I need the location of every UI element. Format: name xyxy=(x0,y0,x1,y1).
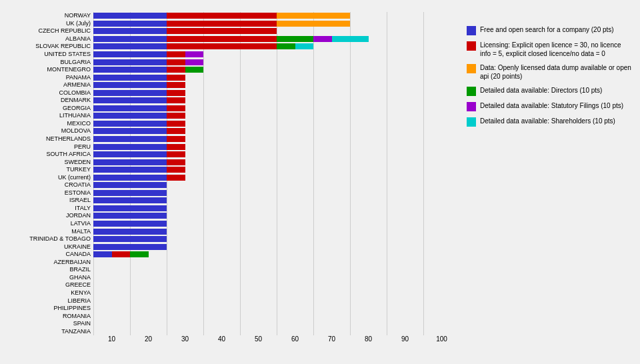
bar-segment xyxy=(167,67,185,73)
bar-row xyxy=(93,35,460,43)
bar-segment xyxy=(93,136,167,142)
bar-segment xyxy=(93,121,167,127)
bar-row xyxy=(93,205,460,213)
bar-segment xyxy=(313,36,332,42)
bar-segment xyxy=(277,13,350,19)
legend-item: Detailed data available: Shareholders (1… xyxy=(467,117,633,127)
legend-item: Licensing: Explicit open licence = 30, n… xyxy=(467,41,633,58)
bar-row xyxy=(93,312,460,320)
chart-body: NORWAYUK (July)CZECH REPUBLICALBANIASLOV… xyxy=(7,12,633,343)
y-label: BRAZIL xyxy=(7,266,91,274)
legend-item: Free and open search for a company (20 p… xyxy=(467,25,633,35)
y-label: COLOMBIA xyxy=(7,89,91,97)
legend-color-box xyxy=(467,102,476,111)
bar-segment xyxy=(167,82,185,88)
bar-segment xyxy=(93,229,167,235)
x-axis: 102030405060708090100 xyxy=(93,335,460,343)
bar-row xyxy=(93,235,460,243)
bar-segment xyxy=(332,36,369,42)
y-label: NETHERLANDS xyxy=(7,135,91,143)
bar-segment xyxy=(185,59,204,65)
y-label: UNITED STATES xyxy=(7,51,91,59)
bar-segment xyxy=(167,97,185,103)
bar-row xyxy=(93,212,460,220)
bar-segment xyxy=(93,105,167,111)
bar-row xyxy=(93,266,460,274)
bar-row xyxy=(93,120,460,128)
y-label: ESTONIA xyxy=(7,189,91,197)
y-label: TURKEY xyxy=(7,166,91,174)
x-axis-label: 80 xyxy=(350,335,387,343)
legend-item: Detailed data available: Statutory Filin… xyxy=(467,101,633,111)
bar-segment xyxy=(167,151,185,157)
y-label: MONTENEGRO xyxy=(7,66,91,74)
y-label: ALBANIA xyxy=(7,35,91,43)
y-label: SLOVAK REPUBLIC xyxy=(7,43,91,51)
bar-segment xyxy=(93,213,167,219)
x-axis-label: 10 xyxy=(93,335,130,343)
y-label: MOLDOVA xyxy=(7,127,91,135)
x-axis-label: 40 xyxy=(203,335,240,343)
y-label: ISRAEL xyxy=(7,197,91,205)
bar-segment xyxy=(93,182,167,188)
y-label: GREECE xyxy=(7,281,91,289)
bar-row xyxy=(93,27,460,35)
chart-left: NORWAYUK (July)CZECH REPUBLICALBANIASLOV… xyxy=(7,12,460,343)
bar-row xyxy=(93,197,460,205)
bar-row xyxy=(93,51,460,59)
y-label: TANZANIA xyxy=(7,327,91,335)
bar-segment xyxy=(93,197,167,203)
bar-row xyxy=(93,112,460,120)
chart-container: NORWAYUK (July)CZECH REPUBLICALBANIASLOV… xyxy=(0,0,640,364)
bar-row xyxy=(93,151,460,159)
bar-segment xyxy=(93,36,167,42)
legend-color-box xyxy=(467,87,476,96)
bar-segment xyxy=(93,82,167,88)
bar-segment xyxy=(185,51,204,57)
bar-segment xyxy=(167,43,277,49)
bars-area: NORWAYUK (July)CZECH REPUBLICALBANIASLOV… xyxy=(7,12,460,335)
bar-segment xyxy=(167,105,185,111)
bar-segment xyxy=(93,205,167,211)
bar-row xyxy=(93,251,460,259)
y-label: GEORGIA xyxy=(7,105,91,113)
bar-segment xyxy=(167,175,185,181)
legend-item: Detailed data available: Directors (10 p… xyxy=(467,86,633,96)
bar-segment xyxy=(167,13,277,19)
bar-segment xyxy=(167,36,277,42)
bars-and-grid xyxy=(93,12,460,335)
y-label: GHANA xyxy=(7,274,91,282)
bar-segment xyxy=(167,159,185,165)
bar-segment xyxy=(93,51,167,57)
bar-row xyxy=(93,173,460,181)
y-label: LATVIA xyxy=(7,220,91,228)
y-label: ITALY xyxy=(7,205,91,213)
bar-segment xyxy=(167,90,185,96)
y-label: DENMARK xyxy=(7,97,91,105)
bar-row xyxy=(93,289,460,297)
y-label: SPAIN xyxy=(7,320,91,328)
y-label: LIBERIA xyxy=(7,297,91,305)
y-label: SOUTH AFRICA xyxy=(7,151,91,159)
bar-segment xyxy=(93,97,167,103)
bar-segment xyxy=(93,190,167,196)
legend-label: Free and open search for a company (20 p… xyxy=(480,25,614,34)
bar-segment xyxy=(93,113,167,119)
legend: Free and open search for a company (20 p… xyxy=(460,12,633,343)
bar-segment xyxy=(93,90,167,96)
bar-segment xyxy=(93,236,167,242)
bar-segment xyxy=(130,251,149,257)
y-label: SWEDEN xyxy=(7,158,91,166)
bar-row xyxy=(93,327,460,335)
bar-segment xyxy=(167,28,277,34)
x-axis-label: 50 xyxy=(240,335,277,343)
bar-row xyxy=(93,58,460,66)
bar-row xyxy=(93,259,460,267)
bar-segment xyxy=(93,75,167,81)
bar-segment xyxy=(93,43,167,49)
bar-row xyxy=(93,181,460,189)
bar-row xyxy=(93,243,460,251)
legend-item: Data: Openly licensed data dump availabl… xyxy=(467,63,633,81)
legend-label: Detailed data available: Directors (10 p… xyxy=(480,86,602,95)
bar-segment xyxy=(93,67,167,73)
